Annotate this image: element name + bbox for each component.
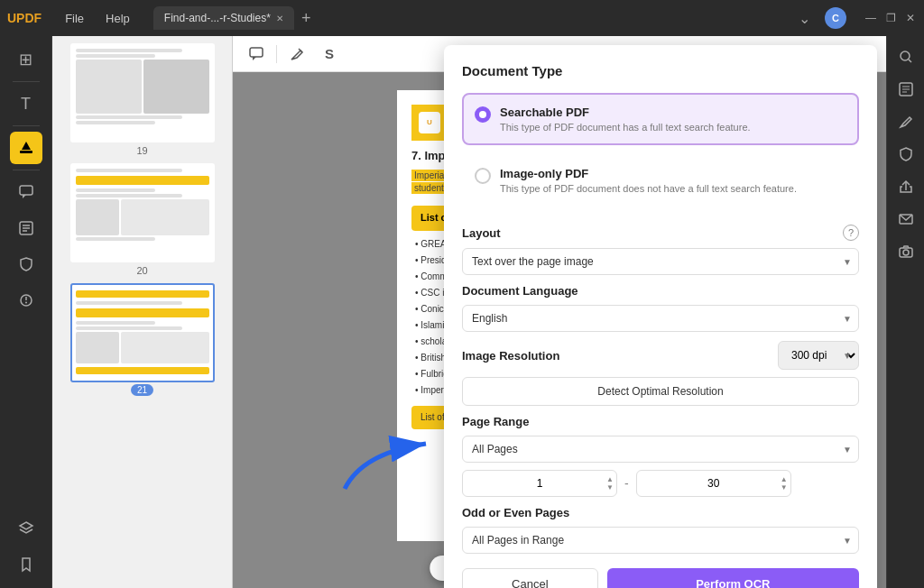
protect-right-icon[interactable] bbox=[892, 141, 919, 168]
range-from-wrapper: ▲ ▼ bbox=[462, 470, 617, 497]
thumbnail-20[interactable]: 20 bbox=[70, 163, 215, 276]
searchable-pdf-option[interactable]: Searchable PDF This type of PDF document… bbox=[462, 93, 859, 145]
layout-header-row: Layout ? bbox=[462, 225, 859, 241]
searchable-pdf-label: Searchable PDF bbox=[500, 106, 846, 119]
close-button[interactable]: ✕ bbox=[904, 12, 917, 24]
minimize-button[interactable]: — bbox=[864, 12, 877, 24]
dropdown-arrow-icon[interactable]: ⌄ bbox=[799, 10, 810, 27]
layout-section: Layout ? Text over the page image Text u… bbox=[462, 225, 859, 554]
from-down-arrow[interactable]: ▼ bbox=[606, 484, 614, 492]
cancel-button[interactable]: Cancel bbox=[462, 568, 598, 588]
svg-marker-11 bbox=[20, 522, 32, 529]
odd-even-header-row: Odd or Even Pages bbox=[462, 506, 859, 519]
edit-right-icon[interactable] bbox=[892, 108, 919, 135]
highlight-tool-icon[interactable] bbox=[10, 132, 42, 164]
ocr-modal: Document Type Searchable PDF This type o… bbox=[444, 45, 877, 588]
range-to-wrapper: ▲ ▼ bbox=[636, 470, 791, 497]
active-page-badge: 21 bbox=[131, 384, 153, 396]
form-icon[interactable] bbox=[10, 212, 42, 244]
menu-help[interactable]: Help bbox=[97, 8, 139, 29]
perform-ocr-button[interactable]: Perform OCR bbox=[607, 568, 859, 588]
doc-type-options: Searchable PDF This type of PDF document… bbox=[462, 93, 859, 207]
layout-label: Layout bbox=[462, 226, 501, 240]
resolution-label: Image Resolution bbox=[462, 349, 559, 363]
menu-file[interactable]: File bbox=[56, 8, 93, 29]
to-down-arrow[interactable]: ▼ bbox=[781, 484, 788, 492]
action-buttons: Cancel Perform OCR bbox=[462, 568, 859, 588]
titlebar: UPDF File Help Find-and-...-r-Studies* ✕… bbox=[0, 0, 924, 36]
layout-select-wrapper: Text over the page image Text under the … bbox=[462, 248, 859, 275]
search-right-icon[interactable] bbox=[892, 43, 919, 70]
language-select-wrapper: English French German ▼ bbox=[462, 305, 859, 332]
image-only-radio bbox=[475, 168, 491, 184]
radio-inner bbox=[479, 111, 486, 118]
layers-icon[interactable] bbox=[10, 512, 42, 545]
protect-icon[interactable] bbox=[10, 248, 42, 280]
range-to-input[interactable] bbox=[636, 470, 791, 497]
sidebar-left: ⊞ T bbox=[0, 36, 52, 588]
language-select[interactable]: English French German bbox=[462, 305, 859, 332]
searchable-pdf-text: Searchable PDF This type of PDF document… bbox=[500, 106, 846, 133]
to-arrows: ▲ ▼ bbox=[781, 476, 788, 492]
odd-even-label: Odd or Even Pages bbox=[462, 506, 569, 519]
add-tab-button[interactable]: + bbox=[294, 6, 319, 30]
svg-rect-2 bbox=[20, 186, 32, 195]
svg-point-16 bbox=[901, 51, 910, 60]
dpi-select-wrapper: 72 dpi 150 dpi 300 dpi 600 dpi ▼ bbox=[778, 341, 859, 370]
odd-even-select[interactable]: All Pages in Range Odd Pages Even Pages bbox=[462, 527, 859, 554]
svg-point-10 bbox=[25, 302, 27, 304]
avatar[interactable]: C bbox=[825, 7, 846, 29]
sidebar-right bbox=[886, 36, 924, 588]
camera-right-icon[interactable] bbox=[892, 238, 919, 265]
image-only-option[interactable]: Image-only PDF This type of PDF document… bbox=[462, 154, 859, 207]
content-area: S U UPDF 7. Imperial College London Impe… bbox=[233, 36, 886, 588]
divider bbox=[13, 170, 40, 170]
tab-close-button[interactable]: ✕ bbox=[276, 14, 283, 23]
sticker-icon[interactable] bbox=[10, 284, 42, 317]
divider bbox=[13, 81, 40, 82]
thumbnail-panel: 19 20 bbox=[52, 36, 233, 588]
page-range-header-row: Page Range bbox=[462, 415, 859, 428]
tab-bar: Find-and-...-r-Studies* ✕ + bbox=[153, 6, 319, 30]
thumb-label-20: 20 bbox=[136, 265, 147, 276]
image-only-text: Image-only PDF This type of PDF document… bbox=[500, 167, 846, 194]
page-range-select[interactable]: All Pages Custom Range bbox=[462, 436, 859, 463]
active-tab[interactable]: Find-and-...-r-Studies* ✕ bbox=[153, 6, 294, 30]
svg-marker-1 bbox=[22, 142, 31, 150]
searchable-radio bbox=[475, 106, 491, 123]
language-header-row: Document Language bbox=[462, 284, 859, 298]
text-tool-icon[interactable]: T bbox=[10, 87, 42, 120]
page-range-select-wrapper: All Pages Custom Range ▼ bbox=[462, 436, 859, 463]
range-dash: - bbox=[624, 476, 629, 491]
from-arrows: ▲ ▼ bbox=[606, 476, 614, 492]
language-label: Document Language bbox=[462, 284, 578, 298]
range-from-input[interactable] bbox=[462, 470, 617, 497]
ocr-right-icon[interactable] bbox=[892, 76, 919, 103]
resolution-header-row: Image Resolution 72 dpi 150 dpi 300 dpi … bbox=[462, 341, 859, 370]
to-up-arrow[interactable]: ▲ bbox=[781, 476, 788, 483]
thumbnail-21[interactable]: 21 bbox=[70, 283, 215, 396]
thumbnail-19[interactable]: 19 bbox=[70, 43, 215, 156]
dpi-select[interactable]: 72 dpi 150 dpi 300 dpi 600 dpi bbox=[778, 341, 859, 370]
maximize-button[interactable]: ❐ bbox=[884, 12, 897, 24]
share-right-icon[interactable] bbox=[892, 173, 919, 200]
range-inputs-row: ▲ ▼ - ▲ ▼ bbox=[462, 470, 859, 497]
comment-icon[interactable] bbox=[10, 176, 42, 208]
divider bbox=[13, 125, 40, 126]
detect-resolution-button[interactable]: Detect Optimal Resolution bbox=[462, 377, 859, 406]
help-icon[interactable]: ? bbox=[843, 225, 859, 241]
thumbnails-icon[interactable]: ⊞ bbox=[10, 43, 42, 76]
modal-overlay: Document Type Searchable PDF This type o… bbox=[233, 36, 886, 588]
searchable-pdf-desc: This type of PDF document has a full tex… bbox=[500, 122, 846, 133]
svg-rect-0 bbox=[20, 151, 32, 153]
odd-even-select-wrapper: All Pages in Range Odd Pages Even Pages … bbox=[462, 527, 859, 554]
svg-line-17 bbox=[909, 60, 911, 62]
mail-right-icon[interactable] bbox=[892, 206, 919, 233]
image-only-desc: This type of PDF document does not have … bbox=[500, 183, 846, 194]
from-up-arrow[interactable]: ▲ bbox=[606, 476, 614, 483]
tab-label: Find-and-...-r-Studies* bbox=[164, 12, 271, 24]
bookmark-icon[interactable] bbox=[10, 548, 42, 581]
window-controls: — ❐ ✕ bbox=[864, 12, 917, 24]
svg-point-25 bbox=[903, 250, 909, 255]
layout-select[interactable]: Text over the page image Text under the … bbox=[462, 248, 859, 275]
